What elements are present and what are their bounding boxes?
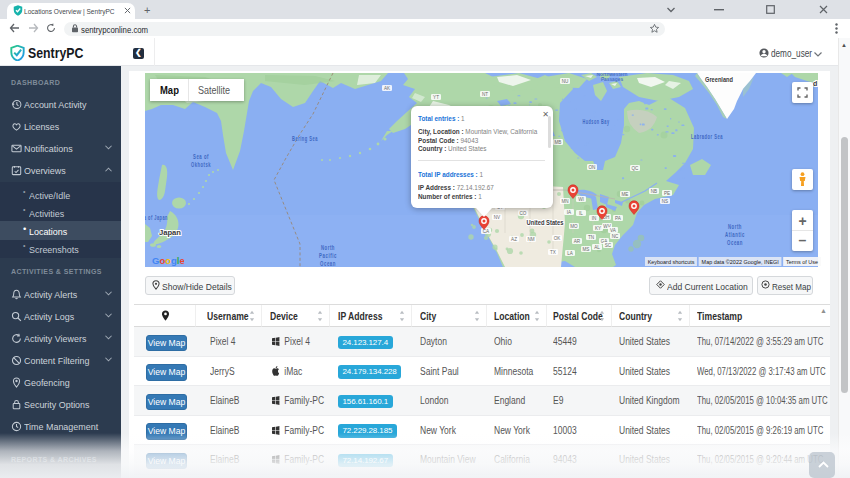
svg-text:QC: QC — [632, 166, 640, 171]
svg-text:AL: AL — [594, 245, 600, 250]
svg-text:MN: MN — [561, 199, 568, 204]
svg-text:Okhotsk: Okhotsk — [191, 161, 211, 168]
svg-text:d: d — [813, 80, 817, 87]
svg-text:NT: NT — [482, 92, 488, 97]
svg-text:United States: United States — [527, 218, 564, 227]
svg-text:MB: MB — [555, 140, 562, 145]
svg-text:North: North — [321, 244, 335, 251]
svg-text:Ocean: Ocean — [727, 239, 743, 246]
svg-text:North: North — [728, 223, 742, 230]
svg-text:MS: MS — [583, 247, 590, 252]
svg-text:Passages: Passages — [601, 77, 623, 82]
svg-text:Pacific: Pacific — [319, 252, 337, 259]
svg-text:NS: NS — [662, 199, 668, 204]
svg-text:Hudson Bay: Hudson Bay — [583, 118, 610, 126]
svg-text:NU: NU — [562, 79, 569, 84]
svg-text:PA: PA — [615, 216, 622, 221]
svg-text:AZ: AZ — [511, 237, 517, 242]
svg-text:LA: LA — [567, 251, 574, 256]
svg-text:ME: ME — [622, 192, 629, 197]
svg-text:Greenland: Greenland — [705, 76, 733, 83]
svg-text:NB: NB — [651, 189, 657, 194]
svg-text:MO: MO — [570, 224, 578, 229]
svg-text:Japan: Japan — [159, 229, 181, 237]
svg-text:Ocean: Ocean — [320, 260, 336, 267]
svg-text:TX: TX — [550, 250, 556, 255]
svg-text:YT: YT — [433, 95, 439, 100]
svg-text:PE: PE — [664, 191, 670, 196]
svg-text:Atlantic: Atlantic — [725, 231, 745, 238]
svg-text:AK: AK — [384, 86, 391, 91]
svg-text:IL: IL — [579, 211, 583, 216]
svg-text:VA: VA — [610, 228, 617, 233]
svg-text:Northwestern: Northwestern — [597, 73, 628, 77]
svg-text:WI: WI — [578, 197, 584, 202]
svg-text:OK: OK — [554, 236, 562, 241]
svg-text:AR: AR — [574, 239, 581, 244]
svg-text:KY: KY — [595, 226, 601, 231]
svg-text:Labrador Sea: Labrador Sea — [691, 133, 723, 140]
svg-text:NV: NV — [494, 215, 501, 220]
svg-text:Bering Sea: Bering Sea — [292, 135, 318, 143]
svg-text:Google: Google — [152, 255, 184, 266]
svg-text:Sea of Japan: Sea of Japan — [145, 214, 168, 222]
svg-text:CO: CO — [520, 211, 527, 216]
svg-text:SC: SC — [605, 243, 612, 248]
svg-text:TN: TN — [588, 235, 594, 240]
svg-text:IN: IN — [592, 216, 597, 221]
svg-text:NM: NM — [527, 237, 534, 242]
svg-text:ON: ON — [589, 165, 596, 170]
svg-text:NC: NC — [612, 234, 619, 239]
svg-text:Sea of: Sea of — [193, 153, 209, 160]
